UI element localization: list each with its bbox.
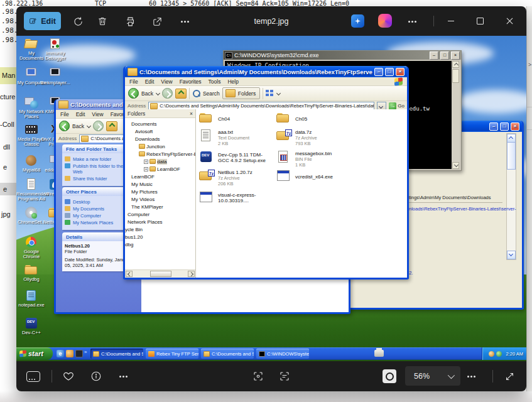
delete-button[interactable] xyxy=(92,11,113,32)
tree-item-documents[interactable]: Documents xyxy=(131,120,156,128)
cmd-minimize-button[interactable]: – xyxy=(430,52,438,60)
minimize-button[interactable] xyxy=(437,6,465,35)
place-link-my-network-places[interactable]: My Network Places xyxy=(65,220,131,225)
desktop-icon-google-chrome[interactable]: Google Chrome xyxy=(16,236,46,259)
go-button[interactable]: → Go xyxy=(389,102,404,110)
more-zoom-button[interactable] xyxy=(461,366,482,387)
explorer-minimize-button[interactable]: – xyxy=(374,68,383,76)
tree-item-rebextinyftpserver-binaries-latest[interactable]: RebexTinyFtpServer-Binaries-Latest xyxy=(139,150,195,158)
desktop-icon-dev-c-[interactable]: Dev-C++ xyxy=(16,317,46,335)
menu-view[interactable]: View xyxy=(92,111,103,117)
search-label[interactable]: Search xyxy=(203,90,220,97)
menu-file[interactable]: File xyxy=(60,111,69,117)
start-button[interactable]: start xyxy=(16,347,53,360)
print-button[interactable] xyxy=(119,11,141,32)
auto-enhance-button[interactable] xyxy=(351,14,364,28)
tree-horizontal-scrollbar[interactable] xyxy=(125,269,195,278)
tray-icon-2[interactable] xyxy=(496,351,502,357)
menu-edit[interactable]: Edit xyxy=(76,111,85,117)
rebex-maximize-button[interactable]: □ xyxy=(500,122,509,131)
tray-icon-1[interactable] xyxy=(489,351,494,357)
cmd-maximize-button[interactable]: □ xyxy=(440,52,449,60)
edit-button[interactable]: Edit xyxy=(24,12,61,30)
quicklaunch-chevron-icon[interactable]: » xyxy=(84,349,87,355)
share-button[interactable] xyxy=(146,11,168,32)
scroll-thumb[interactable] xyxy=(452,69,459,83)
menu-tools[interactable]: Tools xyxy=(209,79,221,85)
desktop-icon-thekmplayer-[interactable]: thekmplayer... xyxy=(40,67,70,85)
explorer-maximize-button[interactable]: □ xyxy=(385,68,394,76)
rebex-server-link[interactable]: nloads\RebexTinyFtpServer-Binaries-Lates… xyxy=(409,206,516,212)
file-list-area[interactable]: Ch04Ch05aaa.txtText Document2 KBdata.7z7… xyxy=(196,109,407,278)
file-tile-dev-cpp-5-11-tdm-gcc-4-9-2-setup-exe[interactable]: Dev-Cpp 5.11 TDM-GCC 4.9.2 Setup.exe xyxy=(198,151,273,165)
rebex-minimize-button[interactable]: – xyxy=(489,122,498,131)
menu-file[interactable]: File xyxy=(129,79,138,85)
filmstrip-toggle-button[interactable] xyxy=(23,366,44,387)
desktop-icon-ollydbg[interactable]: Ollydbg xyxy=(16,264,46,282)
scroll-up-icon[interactable] xyxy=(452,61,459,68)
file-tile-vcredist-x64-exe[interactable]: vcredist_x64.exe xyxy=(276,170,350,183)
back-chevron-icon[interactable] xyxy=(87,124,91,128)
place-link-my-documents[interactable]: My Documents xyxy=(65,206,131,212)
tree-expand-icon[interactable]: + xyxy=(144,167,148,171)
favorite-button[interactable] xyxy=(58,366,79,387)
mpc-quicklaunch-icon[interactable] xyxy=(75,350,83,357)
cmd-scrollbar[interactable] xyxy=(452,61,460,169)
tree-item-learnbof[interactable]: +LearnBOF xyxy=(144,165,180,173)
place-link-desktop[interactable]: Desktop xyxy=(65,199,131,205)
file-tile-data-7z[interactable]: data.7z7z Archive793 KB xyxy=(276,129,350,146)
scroll-down-icon[interactable] xyxy=(452,162,459,169)
tree-expand-icon[interactable]: + xyxy=(144,160,148,164)
tree-item-my-music[interactable]: My Music xyxy=(131,180,153,188)
scroll-left-icon[interactable] xyxy=(126,271,133,277)
views-chevron-icon[interactable] xyxy=(276,91,281,95)
explorer-close-button[interactable]: × xyxy=(396,68,404,76)
close-button[interactable] xyxy=(496,6,524,35)
back-button-icon[interactable] xyxy=(59,121,70,131)
scroll-thumb[interactable] xyxy=(150,271,171,277)
up-button-icon[interactable] xyxy=(106,121,117,131)
scroll-thumb[interactable] xyxy=(507,142,516,170)
tree-item-data[interactable]: +data xyxy=(144,158,167,165)
tree-item-my-pictures[interactable]: My Pictures xyxy=(131,188,158,195)
menu-view[interactable]: View xyxy=(161,79,172,85)
tree-item-my-videos[interactable]: My Videos xyxy=(131,195,155,203)
desktop-icon-notepad-exe[interactable]: notepad.exe xyxy=(16,290,46,308)
cmd-titlebar[interactable]: C:\ C:\WINDOWS\system32\cmd.exe – □ × xyxy=(224,51,461,60)
back-chevron-icon[interactable] xyxy=(156,91,160,95)
tree-item-the-kmplayer[interactable]: The KMPlayer xyxy=(131,203,163,210)
tree-item-downloads[interactable]: Downloads xyxy=(135,135,160,143)
menu-edit[interactable]: Edit xyxy=(145,79,155,85)
tree-item-learnbof[interactable]: LearnBOF xyxy=(131,173,155,180)
back-button-icon[interactable] xyxy=(128,88,139,99)
scroll-up-icon[interactable] xyxy=(507,134,516,143)
scroll-right-icon[interactable] xyxy=(188,271,195,277)
file-tile-ch05[interactable]: Ch05 xyxy=(276,112,350,126)
file-tile-messagebox-bin[interactable]: messagebox.binBIN File1 KB xyxy=(276,151,350,168)
taskbar-button-3[interactable]: C:\Documents and Se... xyxy=(201,349,254,359)
cmd-close-button[interactable]: × xyxy=(451,52,460,60)
place-link-my-computer[interactable]: My Computer xyxy=(65,213,131,219)
printer-tray-icon[interactable] xyxy=(374,350,384,357)
rotate-button[interactable] xyxy=(67,11,89,32)
taskbar-button-1[interactable]: C:\Documents and Se... xyxy=(90,349,143,359)
up-button-icon[interactable] xyxy=(175,89,187,99)
explorer-front-titlebar[interactable]: C:\Documents and Settings\Admin\My Docum… xyxy=(125,66,407,77)
text-extract-button[interactable] xyxy=(274,366,295,387)
menu-favorites[interactable]: Favorites xyxy=(180,79,202,85)
views-icon[interactable] xyxy=(266,90,274,97)
task-link-publish-this-folder-to-the-web[interactable]: Publish this folder to the Web xyxy=(65,163,131,175)
rebex-close-button[interactable]: × xyxy=(511,122,519,131)
forward-button-icon[interactable] xyxy=(162,88,173,99)
file-tile-aaa-txt[interactable]: aaa.txtText Document2 KB xyxy=(198,129,273,146)
tree-item-junction[interactable]: Junction xyxy=(139,143,165,150)
designer-button[interactable] xyxy=(378,14,392,28)
task-link-share-this-folder[interactable]: Share this folder xyxy=(65,176,131,182)
more-options-button[interactable] xyxy=(175,11,196,32)
taskbar-button-4[interactable]: C:\WINDOWS\syste... xyxy=(256,349,309,359)
task-link-make-a-new-folder[interactable]: Make a new folder xyxy=(65,156,131,162)
rebex-scrollbar[interactable] xyxy=(506,133,516,260)
visual-search-button[interactable] xyxy=(247,366,269,387)
forward-button-icon[interactable] xyxy=(93,121,104,131)
tree-item-network-places[interactable]: Network Places xyxy=(128,218,163,225)
